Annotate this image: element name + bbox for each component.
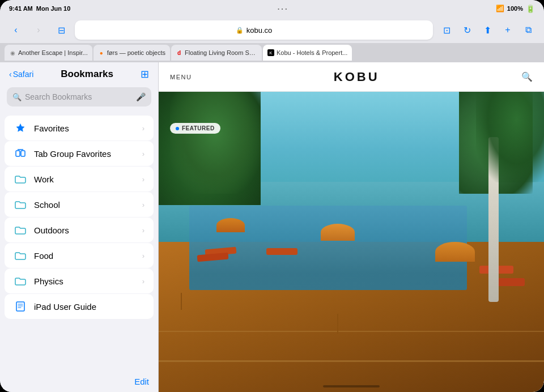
- umbrella-2-pole: [337, 314, 338, 334]
- address-bar[interactable]: 🔒 kobu.co: [75, 20, 433, 40]
- status-bar-right: 📶 100% 🔋: [496, 5, 535, 13]
- ipad-user-guide-icon: [14, 300, 27, 313]
- sidebar-item-physics[interactable]: Physics ›: [5, 269, 154, 293]
- edit-button[interactable]: Edit: [134, 377, 149, 386]
- sidebar-item-ipad-user-guide[interactable]: iPad User Guide: [5, 294, 154, 319]
- school-chevron-icon: ›: [142, 201, 144, 209]
- website-hero: HAND-PICKED SPACES TO BOOK & TO BUY FEAT…: [159, 92, 544, 392]
- back-chevron-icon: ‹: [9, 70, 12, 79]
- cast-button[interactable]: ⊡: [437, 21, 456, 39]
- url-display: kobu.co: [246, 26, 273, 35]
- sidebar-item-food[interactable]: Food ›: [5, 243, 154, 268]
- tab-overview-button[interactable]: ⧉: [519, 21, 537, 39]
- new-tab-icon: +: [505, 25, 510, 35]
- battery-icon: 🔋: [526, 5, 535, 13]
- favorites-icon: [14, 121, 27, 135]
- tab-group-favorites-icon: [14, 147, 27, 160]
- umbrella-1-top: [216, 218, 245, 232]
- sidebar-footer: Edit: [0, 371, 158, 392]
- featured-badge: FEATURED: [170, 123, 220, 134]
- umbrella-3-top: [435, 242, 475, 262]
- toolbar: ‹ › ⊟ 🔒 kobu.co ⊡ ↻ ⬆: [0, 17, 544, 43]
- site-search-icon[interactable]: 🔍: [521, 71, 533, 82]
- sidebar-item-favorites[interactable]: Favorites ›: [5, 116, 154, 140]
- featured-dot: [176, 127, 179, 130]
- physics-folder-icon: [14, 274, 27, 288]
- sidebar-grid-button[interactable]: ⊞: [141, 68, 149, 80]
- lock-icon: 🔒: [236, 27, 244, 34]
- browser-chrome: ‹ › ⊟ 🔒 kobu.co ⊡ ↻ ⬆: [0, 17, 544, 62]
- ipad-frame: 9:41 AM Mon Jun 10 ··· 📶 100% 🔋 ‹ › ⊟ 🔒 …: [0, 0, 544, 392]
- svg-rect-0: [16, 151, 20, 156]
- work-folder-icon: [14, 172, 27, 186]
- reload-button[interactable]: ↻: [458, 21, 476, 39]
- tabs-bar: ◉ Another Escape | Inspir... ● førs — po…: [0, 43, 544, 62]
- safari-back-button[interactable]: ‹ Safari: [9, 70, 33, 79]
- sidebar-item-school[interactable]: School ›: [5, 192, 154, 217]
- tree-center: [170, 92, 261, 194]
- site-logo: KOBU: [334, 70, 380, 84]
- web-content: MENU KOBU 🔍 HAND-PICKED SPACES TO BOOK &…: [159, 62, 544, 392]
- food-folder-icon: [14, 249, 27, 262]
- tab-4-favicon: K: [267, 49, 274, 56]
- tab-1-favicon: ◉: [9, 49, 16, 56]
- tab-group-chevron-icon: ›: [142, 150, 144, 158]
- new-tab-button[interactable]: +: [499, 21, 517, 39]
- umbrella-1-pole: [181, 293, 182, 310]
- featured-label: FEATURED: [182, 125, 215, 131]
- physics-label: Physics: [34, 276, 135, 286]
- reload-icon: ↻: [464, 25, 471, 36]
- website-header: MENU KOBU 🔍: [159, 62, 544, 92]
- food-label: Food: [34, 251, 135, 261]
- deck-line-2: [159, 331, 544, 332]
- sidebar-item-tab-group-favorites[interactable]: Tab Group Favorites ›: [5, 141, 154, 166]
- outdoors-chevron-icon: ›: [142, 226, 144, 235]
- sidebar-items-list: Favorites › Tab Group Favorites ›: [0, 111, 158, 371]
- work-label: Work: [34, 174, 135, 184]
- tab-3[interactable]: d Floating Living Room Se...: [171, 45, 262, 61]
- tab-1-title: Another Escape | Inspir...: [18, 49, 88, 56]
- sidebar-item-outdoors[interactable]: Outdoors ›: [5, 218, 154, 242]
- tab-1[interactable]: ◉ Another Escape | Inspir...: [5, 45, 92, 61]
- hero-image: [159, 92, 544, 392]
- favorites-label: Favorites: [34, 123, 135, 133]
- search-bar[interactable]: 🔍 Search Bookmarks 🎤: [7, 87, 151, 106]
- tab-2[interactable]: ● førs — poetic objects: [94, 45, 170, 61]
- back-button[interactable]: ‹: [7, 21, 25, 39]
- foliage-right: [476, 92, 544, 182]
- share-button[interactable]: ⬆: [478, 21, 496, 39]
- outdoors-label: Outdoors: [34, 225, 135, 235]
- status-time: 9:41 AM: [9, 5, 33, 12]
- toolbar-right-buttons: ⊡ ↻ ⬆ + ⧉: [437, 21, 537, 39]
- tab-group-favorites-label: Tab Group Favorites: [34, 149, 135, 159]
- cast-icon: ⊡: [443, 25, 450, 36]
- sidebar-item-work[interactable]: Work ›: [5, 167, 154, 191]
- main-content: ‹ Safari Bookmarks ⊞ 🔍 Search Bookmarks …: [0, 62, 544, 392]
- forward-button[interactable]: ›: [29, 21, 48, 39]
- favorites-chevron-icon: ›: [142, 124, 144, 133]
- umbrella-2-top: [321, 224, 355, 241]
- wifi-icon: 📶: [496, 5, 504, 12]
- tab-3-title: Floating Living Room Se...: [185, 49, 257, 56]
- physics-chevron-icon: ›: [142, 277, 144, 286]
- search-icon: 🔍: [12, 93, 22, 101]
- microphone-icon[interactable]: 🎤: [136, 92, 146, 101]
- status-date: Mon Jun 10: [36, 5, 71, 12]
- tab-4-title: Kobu - Hotels & Propert...: [277, 49, 347, 56]
- sidebar-title: Bookmarks: [61, 69, 113, 80]
- outdoors-folder-icon: [14, 223, 27, 237]
- sidebar-header: ‹ Safari Bookmarks ⊞: [0, 62, 158, 84]
- school-folder-icon: [14, 198, 27, 211]
- toolbar-dots-center: ···: [278, 5, 289, 13]
- forward-icon: ›: [37, 25, 40, 35]
- tab-2-favicon: ●: [98, 49, 105, 56]
- tab-3-favicon: d: [176, 49, 182, 56]
- reader-button[interactable]: ⊟: [52, 21, 70, 39]
- share-icon: ⬆: [484, 25, 491, 36]
- ipad-user-guide-label: iPad User Guide: [34, 302, 144, 312]
- tab-4[interactable]: K Kobu - Hotels & Propert...: [263, 45, 352, 61]
- food-chevron-icon: ›: [142, 252, 144, 260]
- site-menu-label[interactable]: MENU: [170, 74, 192, 80]
- deck-line-1: [159, 360, 544, 362]
- search-input[interactable]: Search Bookmarks: [25, 92, 133, 101]
